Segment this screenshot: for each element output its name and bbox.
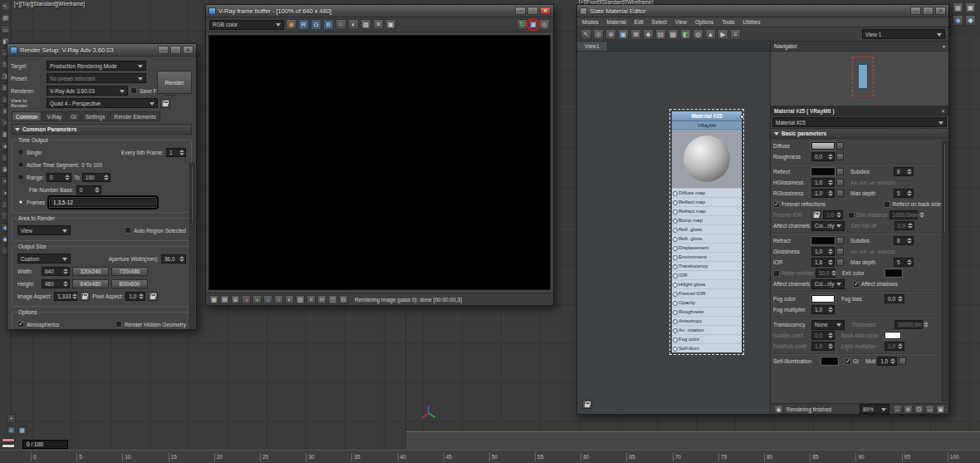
dim-distance-spinner[interactable]: 1000,0mm <box>889 210 918 219</box>
scatter-coeff-spinner[interactable]: 0,0 <box>811 331 835 340</box>
abbe-number-checkbox[interactable] <box>773 270 780 277</box>
resolution-320x240-button[interactable]: 320x240 <box>72 267 109 276</box>
view-to-render-dropdown[interactable]: Quad 4 - Perspective <box>47 98 158 108</box>
node-input-slot[interactable]: Refl. gloss. <box>672 224 742 234</box>
render-setup-icon[interactable]: ▦ <box>953 2 963 13</box>
pixel-info-icon[interactable]: ≡ <box>306 295 316 304</box>
slate-menu-item[interactable]: Utilities <box>743 19 761 25</box>
auto-region-checkbox[interactable] <box>125 227 131 234</box>
pick-material-from-object-icon[interactable]: ◎ <box>593 29 604 40</box>
go-to-parent-icon[interactable]: ▲ <box>705 29 716 40</box>
parameter-panel-header[interactable]: Material #25 ( VRayMtl ) ✕ <box>771 106 948 116</box>
every-nth-frame-spinner[interactable]: 1 <box>166 148 186 157</box>
range-from-spinner[interactable]: 0 <box>47 173 71 182</box>
thickness-spinner[interactable]: 10000,0m <box>894 320 923 329</box>
listener-log-bar[interactable] <box>2 444 15 448</box>
node-input-slot[interactable]: Environment <box>672 252 742 261</box>
output-size-dropdown[interactable]: Custom <box>17 254 71 264</box>
range-to-spinner[interactable]: 100 <box>82 173 110 182</box>
render-hidden-checkbox[interactable] <box>115 321 122 328</box>
material-node[interactable]: Material #25 VRayMtl Diffuse mapReflect … <box>672 111 742 352</box>
lock-icon[interactable] <box>582 400 592 409</box>
fwd-bck-coeff-spinner[interactable]: 1,0 <box>811 342 835 351</box>
node-input-slot[interactable]: Self-illum <box>672 343 742 352</box>
minimize-button[interactable]: — <box>910 7 921 15</box>
green-channel-icon[interactable]: ● <box>252 295 262 304</box>
refract-map-button[interactable] <box>836 237 844 244</box>
preset-dropdown[interactable]: No preset selected <box>47 73 146 83</box>
alpha-channel-icon[interactable]: ○ <box>336 19 346 30</box>
render-canvas[interactable] <box>208 35 551 290</box>
zoom-extents-selected-icon[interactable]: ▣ <box>936 405 945 414</box>
save-image-icon[interactable]: ▦ <box>360 19 371 30</box>
render-setup-window[interactable]: Render Setup: V-Ray Adv 3.60.03 — □ ✕ Re… <box>7 43 197 330</box>
node-input-slot[interactable]: Refract map <box>672 206 742 215</box>
self-illumination-swatch[interactable] <box>821 357 838 365</box>
roughness-map-button[interactable] <box>836 153 844 160</box>
fresnel-ior-spinner[interactable]: 1,6 <box>823 210 843 219</box>
tab-gi[interactable]: GI <box>66 111 81 121</box>
frames-input[interactable]: 1,3,5-12 <box>50 198 156 207</box>
slate-menu-item[interactable]: Material <box>607 19 626 25</box>
render-setup-titlebar[interactable]: Render Setup: V-Ray Adv 3.60.03 — □ ✕ <box>7 44 196 57</box>
green-channel-icon[interactable]: G <box>311 19 321 30</box>
node-title[interactable]: Material #25 <box>672 111 742 121</box>
image-aspect-spinner[interactable]: 1,333 <box>54 292 77 301</box>
hglossiness-spinner[interactable]: 1,0 <box>811 178 835 187</box>
save-file-checkbox[interactable] <box>130 87 137 94</box>
load-image-icon[interactable]: ▤ <box>220 295 229 304</box>
fog-multiplier-spinner[interactable]: 1,0 <box>811 305 835 314</box>
zoom-extents-icon[interactable]: ▭ <box>925 405 934 414</box>
tab-vray[interactable]: V-Ray <box>42 111 66 121</box>
render-button[interactable]: Render <box>157 71 192 94</box>
timeline-ruler[interactable]: 0510152025303540455055606570758085909510… <box>0 450 980 463</box>
abbe-number-spinner[interactable]: 50,0 <box>816 268 835 278</box>
rglossiness-spinner[interactable]: 1,0 <box>811 189 835 198</box>
show-end-result-icon[interactable]: ◍ <box>693 29 703 40</box>
put-to-library-icon[interactable]: ▤ <box>655 29 666 40</box>
common-parameters-rollout[interactable]: Common Parameters <box>12 124 192 135</box>
range-radio[interactable] <box>17 174 24 180</box>
material-id-channel-icon[interactable]: ▦ <box>668 29 679 40</box>
view1-tab[interactable]: View1 <box>577 42 608 51</box>
image-aspect-lock-icon[interactable] <box>80 292 90 301</box>
fresnel-ior-lock-icon[interactable] <box>811 210 821 219</box>
zoom-tool-icon[interactable]: ⊕ <box>904 405 913 414</box>
exit-color-swatch[interactable] <box>885 269 902 277</box>
node-input-slot[interactable]: Fog color <box>672 334 742 343</box>
region-render-icon[interactable]: ▣ <box>529 20 537 29</box>
index-color-icon[interactable]: ▨ <box>296 295 305 304</box>
glossiness-spinner[interactable]: 1,0 <box>811 247 835 256</box>
affect-channels-dropdown[interactable]: Col...nly <box>811 221 845 231</box>
diffuse-map-button[interactable] <box>836 142 844 150</box>
navigator-canvas[interactable] <box>771 52 948 106</box>
fog-color-swatch[interactable] <box>811 295 835 303</box>
close-button[interactable]: ✕ <box>540 7 551 15</box>
save-image-icon[interactable]: ▦ <box>209 295 218 304</box>
history-icon[interactable]: H <box>317 295 326 304</box>
clear-image-icon[interactable]: ✕ <box>373 19 384 30</box>
resolution-800x600-button[interactable]: 800x600 <box>111 279 148 288</box>
material-explorer-icon[interactable]: ≡ <box>730 29 741 40</box>
rglossiness-map-button[interactable] <box>836 190 844 197</box>
maximize-button[interactable]: □ <box>527 7 538 15</box>
navigator-view-rect[interactable] <box>852 57 874 96</box>
minimize-button[interactable]: — <box>515 7 526 15</box>
slate-menu-item[interactable]: View <box>675 19 687 25</box>
width-spinner[interactable]: 640 <box>42 267 70 276</box>
node-input-slot[interactable]: Roughness <box>672 307 742 316</box>
back-side-color-swatch[interactable] <box>884 332 901 339</box>
vray-frame-buffer-window[interactable]: V-Ray frame buffer - [100% of 640 x 480]… <box>205 4 554 306</box>
basic-parameters-rollout[interactable]: Basic parameters <box>771 129 948 139</box>
rectangular-selection-icon[interactable]: ▭ <box>1 25 10 34</box>
pixel-aspect-spinner[interactable]: 1,0 <box>125 292 145 301</box>
slate-menu-item[interactable]: Modes <box>582 19 599 25</box>
render-production-icon[interactable]: ◆ <box>953 15 963 26</box>
node-input-slot[interactable]: Translucency <box>672 261 742 270</box>
follow-mouse-icon[interactable]: ◎ <box>539 19 550 30</box>
blue-channel-icon[interactable]: B <box>323 19 334 30</box>
monochromatic-icon[interactable]: ◐ <box>348 19 359 30</box>
dim-falloff-spinner[interactable]: 0,0 <box>894 221 914 230</box>
self-illumination-map-button[interactable] <box>899 357 906 365</box>
slate-material-editor-window[interactable]: Slate Material Editor — □ ✕ ModesMateria… <box>576 4 949 415</box>
